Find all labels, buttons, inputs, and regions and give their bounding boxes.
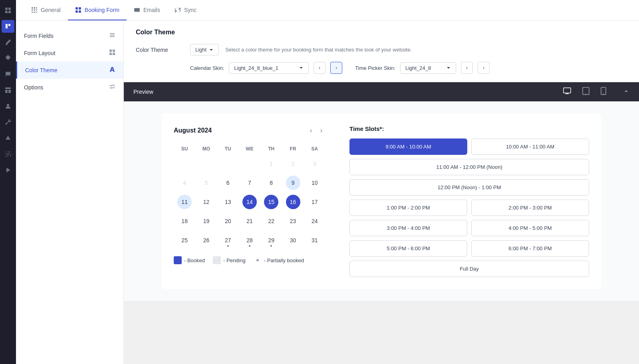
calendar-day[interactable]: 1 [264, 156, 278, 171]
time-picker-prev-btn[interactable]: ‹ [461, 62, 473, 74]
brush-icon[interactable] [2, 36, 14, 49]
panel-item-form-layout[interactable]: Form Layout [16, 44, 123, 61]
device-tablet-btn[interactable] [580, 85, 592, 99]
timeslot-btn[interactable]: Full Day [349, 261, 589, 277]
device-desktop-btn[interactable] [561, 85, 574, 99]
svg-rect-0 [5, 8, 8, 10]
timeslot-btn[interactable]: 4:00 PM - 5:00 PM [471, 220, 589, 236]
calendar-day[interactable]: 23 [286, 214, 300, 228]
calendar-day[interactable]: 6 [221, 176, 235, 190]
calendar-skin-next-btn[interactable]: › [330, 62, 342, 74]
timeslot-btn[interactable]: 9:00 AM - 10:00 AM [349, 138, 467, 155]
bookmark-icon[interactable] [2, 20, 14, 33]
color-theme-row: Color Theme Light Select a color theme f… [136, 44, 627, 55]
user-icon[interactable] [2, 100, 14, 113]
device-mobile-btn[interactable] [598, 85, 609, 99]
puzzle-icon[interactable] [2, 52, 14, 65]
svg-rect-3 [8, 11, 11, 13]
svg-point-8 [7, 153, 9, 155]
calendar-nav: ‹ › [307, 125, 325, 136]
calendar-day[interactable]: 27 [221, 233, 235, 247]
list-icon [109, 32, 115, 40]
tools-icon[interactable] [2, 116, 14, 129]
calendar-skin-row: Calendar Skin: Light_24_8_blue_1 ‹ › Tim… [136, 62, 627, 74]
panel-item-options[interactable]: Options [16, 79, 123, 96]
day-header-fr: FR [282, 144, 304, 154]
calendar-next-btn[interactable]: › [317, 125, 325, 136]
timeslot-btn[interactable]: 12:00 PM (Noon) - 1:00 PM [349, 179, 589, 196]
tab-booking-form[interactable]: Booking Form [68, 0, 127, 20]
preview-collapse-btn[interactable] [623, 88, 629, 96]
calendar-day[interactable]: 4 [177, 176, 192, 190]
calendar-day[interactable]: 13 [221, 195, 235, 209]
calendar-month: August 2024 [174, 127, 212, 134]
calendar-day[interactable]: 7 [242, 176, 257, 190]
svg-rect-21 [564, 88, 571, 93]
calendar-day[interactable]: 18 [177, 214, 192, 228]
day-header-sa: SA [304, 144, 325, 154]
svg-point-25 [603, 93, 604, 94]
play-icon[interactable] [2, 164, 14, 176]
svg-rect-18 [113, 49, 115, 52]
calendar-day[interactable]: 24 [308, 214, 322, 228]
time-picker-skin-label: Time Picker Skin: [355, 65, 395, 71]
legend-pending: - Pending [213, 256, 246, 264]
calendar-day[interactable]: 15 [264, 195, 278, 209]
calendar-day[interactable]: 11 [177, 195, 192, 209]
calendar-day[interactable]: 16 [286, 195, 300, 209]
svg-point-7 [7, 104, 9, 106]
layout-icon[interactable] [2, 84, 14, 97]
panel-item-form-fields[interactable]: Form Fields [16, 27, 123, 44]
calendar-day[interactable]: 12 [199, 195, 213, 209]
calendar-day[interactable]: 17 [308, 195, 322, 209]
color-theme-select[interactable]: Light [190, 44, 219, 55]
calendar-day[interactable]: 22 [264, 214, 278, 228]
slots-grid: 9:00 AM - 10:00 AM10:00 AM - 11:00 AM11:… [349, 138, 589, 277]
calendar-skin-prev-btn[interactable]: ‹ [314, 62, 325, 74]
calendar-day[interactable]: 20 [221, 214, 235, 228]
preview-title: Preview [133, 89, 153, 95]
calendar-day[interactable]: 28 [242, 233, 257, 247]
calendar-day[interactable]: 9 [286, 176, 300, 190]
calendar-day[interactable]: 14 [242, 195, 257, 209]
timeslot-btn[interactable]: 10:00 AM - 11:00 AM [471, 138, 589, 155]
calendar-day[interactable]: 25 [177, 233, 192, 247]
legend-pending-box [213, 256, 221, 264]
grid-icon[interactable] [2, 4, 14, 17]
calendar-prev-btn[interactable]: ‹ [307, 125, 315, 136]
preview-content: August 2024 ‹ › SU MO TU [124, 101, 639, 301]
calendar-day[interactable]: 26 [199, 233, 213, 247]
svg-rect-16 [110, 36, 115, 37]
timeslot-btn[interactable]: 1:00 PM - 2:00 PM [349, 200, 467, 216]
calendar-day[interactable]: 31 [308, 233, 322, 247]
chat-icon[interactable] [2, 68, 14, 81]
calendar-day[interactable]: 2 [286, 156, 300, 171]
calendar-skin-select[interactable]: Light_24_8_blue_1 [229, 62, 309, 74]
calendar-day[interactable]: 29 [264, 233, 278, 247]
time-picker-section: Time Picker Skin: Light_24_8 ‹ › [355, 62, 490, 74]
tab-emails[interactable]: Emails [127, 0, 167, 20]
left-panel: Form Fields Form Layout Color Theme Opti… [16, 21, 124, 364]
timeslot-btn[interactable]: 6:00 PM - 7:00 PM [471, 240, 589, 257]
svg-rect-6 [8, 90, 11, 93]
calendar-day[interactable]: 3 [308, 156, 322, 171]
calendar-day[interactable]: 8 [264, 176, 278, 190]
calendar-day[interactable]: 21 [242, 214, 257, 228]
calendar-day[interactable]: 5 [199, 176, 213, 190]
calendar-day[interactable]: 10 [308, 176, 322, 190]
time-picker-next-btn[interactable]: › [478, 62, 490, 74]
timeslot-btn[interactable]: 11:00 AM - 12:00 PM (Noon) [349, 159, 589, 175]
calendar-day[interactable]: 19 [199, 214, 213, 228]
sidebar [0, 0, 16, 364]
settings-icon[interactable] [2, 148, 14, 160]
timeslot-btn[interactable]: 5:00 PM - 6:00 PM [349, 240, 467, 257]
timeslot-btn[interactable]: 2:00 PM - 3:00 PM [471, 200, 589, 216]
tab-general[interactable]: General [24, 0, 68, 20]
timeslot-btn[interactable]: 3:00 PM - 4:00 PM [349, 220, 467, 236]
time-picker-skin-select[interactable]: Light_24_8 [400, 62, 456, 74]
calendar-day[interactable]: 30 [286, 233, 300, 247]
right-panel: Color Theme Color Theme Light Select a c… [124, 21, 639, 364]
tab-sync[interactable]: Sync [167, 0, 204, 20]
panel-item-color-theme[interactable]: Color Theme [16, 61, 123, 79]
apps-icon[interactable] [2, 132, 14, 144]
